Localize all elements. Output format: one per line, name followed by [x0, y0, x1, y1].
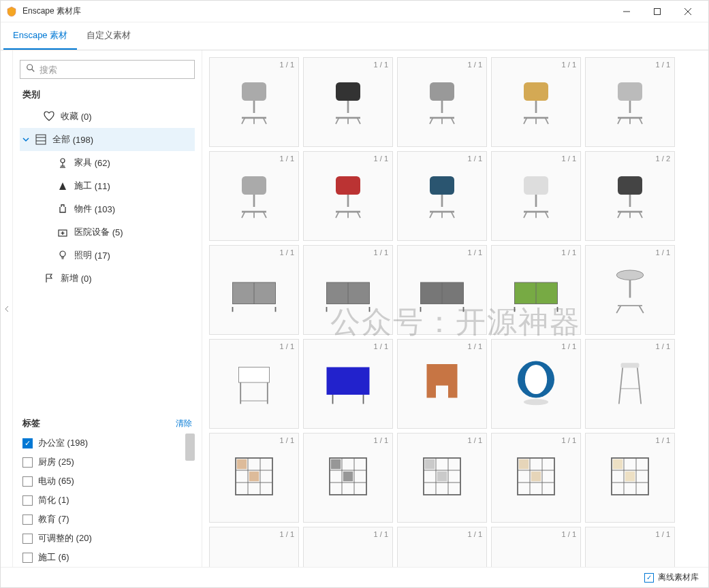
tab-enscape-assets[interactable]: Enscape 素材 — [3, 22, 77, 50]
search-input[interactable] — [40, 65, 189, 75]
asset-tile[interactable]: 1 / 1 — [303, 527, 393, 567]
asset-tile[interactable]: 1 / 1 — [585, 57, 675, 147]
category-label: 照明 — [74, 249, 92, 261]
tile-badge: 1 / 1 — [280, 61, 294, 69]
tag-checkbox[interactable] — [22, 514, 33, 525]
asset-tile[interactable]: 1 / 1 — [397, 245, 487, 335]
tile-badge: 1 / 1 — [656, 248, 670, 257]
asset-tile[interactable]: 1 / 1 — [303, 433, 393, 523]
asset-tile[interactable]: 1 / 1 — [397, 339, 487, 429]
asset-tile[interactable]: 1 / 1 — [585, 527, 675, 567]
tag-label: 施工 (6) — [38, 551, 69, 564]
svg-rect-110 — [621, 363, 640, 368]
tag-item[interactable]: 施工 (6) — [20, 548, 195, 567]
asset-tile[interactable]: 1 / 1 — [491, 433, 581, 523]
asset-tile[interactable]: 1 / 1 — [303, 151, 393, 241]
asset-tile[interactable]: 1 / 1 — [491, 57, 581, 147]
tile-badge: 1 / 1 — [562, 248, 576, 257]
tag-checkbox[interactable] — [22, 495, 33, 506]
category-count: (62) — [95, 158, 110, 168]
svg-rect-147 — [613, 459, 623, 469]
category-objects[interactable]: 物件 (103) — [20, 197, 195, 220]
svg-rect-127 — [343, 472, 353, 481]
category-all[interactable]: 全部 (198) — [20, 128, 195, 151]
asset-tile[interactable]: 1 / 1 — [209, 433, 299, 523]
category-furniture[interactable]: 家具 (62) — [20, 151, 195, 174]
tag-item[interactable]: 简化 (1) — [20, 491, 195, 510]
search-box[interactable] — [20, 60, 195, 79]
tag-item[interactable]: 电动 (65) — [20, 472, 195, 491]
asset-tile[interactable]: 1 / 1 — [303, 245, 393, 335]
svg-line-111 — [619, 368, 623, 404]
category-favorites[interactable]: 收藏 (0) — [20, 105, 195, 128]
category-lighting[interactable]: 照明 (17) — [20, 244, 195, 267]
asset-thumbnail — [223, 446, 285, 510]
footer: 离线素材库 — [1, 567, 708, 587]
asset-tile[interactable]: 1 / 1 — [491, 527, 581, 567]
tag-checkbox[interactable] — [22, 534, 33, 544]
category-label: 新增 — [61, 272, 78, 284]
minimize-button[interactable] — [611, 1, 642, 22]
asset-tile[interactable]: 1 / 1 — [585, 245, 675, 335]
scrollbar[interactable] — [185, 434, 195, 461]
svg-rect-126 — [331, 459, 341, 469]
tag-item[interactable]: 教育 (7) — [20, 510, 195, 529]
asset-grid: 1 / 11 / 11 / 11 / 11 / 11 / 11 / 11 / 1… — [209, 57, 702, 567]
asset-tile[interactable]: 1 / 1 — [491, 151, 581, 241]
tag-checkbox[interactable] — [22, 476, 33, 487]
tag-list: 办公室 (198)厨房 (25)电动 (65)简化 (1)教育 (7)可调整的 … — [20, 434, 195, 567]
svg-point-108 — [525, 365, 547, 394]
tag-checkbox[interactable] — [22, 553, 33, 563]
asset-tile[interactable]: 1 / 1 — [397, 433, 487, 523]
category-construction[interactable]: 施工 (11) — [20, 174, 195, 197]
category-count: (17) — [95, 250, 110, 261]
tile-badge: 1 / 1 — [468, 154, 482, 163]
asset-tile[interactable]: 1 / 1 — [585, 433, 675, 523]
medical-icon — [57, 227, 69, 238]
svg-line-70 — [524, 212, 527, 218]
asset-tile[interactable]: 1 / 1 — [209, 527, 299, 567]
asset-tile[interactable]: 1 / 2 — [585, 151, 675, 241]
category-new[interactable]: 新增 (0) — [20, 267, 195, 290]
asset-tile[interactable]: 1 / 1 — [491, 339, 581, 429]
tags-clear-button[interactable]: 清除 — [176, 418, 192, 429]
tab-custom-assets[interactable]: 自定义素材 — [77, 22, 140, 50]
tag-item[interactable]: 办公室 (198) — [20, 434, 195, 453]
asset-gallery[interactable]: 1 / 11 / 11 / 11 / 11 / 11 / 11 / 11 / 1… — [202, 50, 708, 567]
tag-checkbox[interactable] — [22, 457, 33, 468]
asset-tile[interactable]: 1 / 1 — [303, 339, 393, 429]
asset-tile[interactable]: 1 / 1 — [303, 57, 393, 147]
tile-badge: 1 / 1 — [468, 436, 482, 444]
tag-item[interactable]: 厨房 (25) — [20, 453, 195, 472]
svg-rect-31 — [430, 82, 454, 101]
asset-tile[interactable]: 1 / 1 — [397, 57, 487, 147]
tags-header: 标签 清除 — [22, 417, 192, 429]
sidebar: 类别 收藏 (0) 全部 (198) 家具 (62) 施工 — [13, 50, 202, 567]
asset-thumbnail — [599, 352, 661, 416]
svg-line-112 — [637, 368, 641, 404]
svg-point-95 — [616, 270, 644, 280]
asset-thumbnail — [599, 70, 661, 134]
maximize-button[interactable] — [642, 1, 672, 22]
close-button[interactable] — [672, 1, 703, 22]
tile-badge: 1 / 1 — [656, 61, 670, 69]
tag-item[interactable]: 可调整的 (20) — [20, 529, 195, 548]
tile-badge: 1 / 1 — [468, 61, 482, 69]
asset-tile[interactable]: 1 / 1 — [209, 151, 299, 241]
tile-badge: 1 / 1 — [468, 530, 482, 538]
asset-tile[interactable]: 1 / 1 — [491, 245, 581, 335]
sidebar-collapse-handle[interactable] — [1, 50, 13, 567]
asset-tile[interactable]: 1 / 1 — [397, 151, 487, 241]
category-medical[interactable]: 医院设备 (5) — [20, 220, 195, 244]
asset-tile[interactable]: 1 / 1 — [209, 245, 299, 335]
tag-checkbox[interactable] — [22, 438, 33, 448]
offline-checkbox[interactable] — [644, 573, 654, 583]
category-label: 物件 — [74, 203, 92, 215]
svg-point-9 — [61, 159, 65, 163]
chevron-down-icon[interactable] — [22, 135, 32, 145]
asset-tile[interactable]: 1 / 1 — [585, 339, 675, 429]
asset-tile[interactable]: 1 / 1 — [397, 527, 487, 567]
asset-tile[interactable]: 1 / 1 — [209, 339, 299, 429]
asset-tile[interactable]: 1 / 1 — [209, 57, 299, 147]
content: 类别 收藏 (0) 全部 (198) 家具 (62) 施工 — [1, 50, 708, 567]
